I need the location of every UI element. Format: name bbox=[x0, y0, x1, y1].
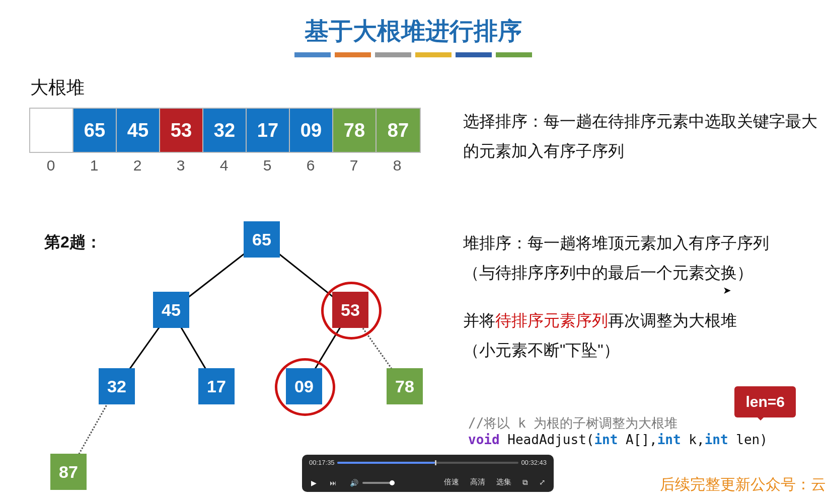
array-cell: 87 bbox=[377, 109, 420, 152]
array-cell bbox=[30, 109, 73, 152]
title-underline bbox=[294, 52, 532, 57]
heap-subtitle: 大根堆 bbox=[30, 75, 85, 100]
play-icon[interactable]: ▶ bbox=[311, 479, 317, 487]
len-badge: len=6 bbox=[734, 386, 796, 417]
array-cell: 32 bbox=[203, 109, 247, 152]
code-snippet: //将以 k 为根的子树调整为大根堆 void HeadAdjust(int A… bbox=[468, 414, 768, 447]
pip-icon[interactable]: ⧉ bbox=[522, 478, 528, 487]
highlight-circle bbox=[321, 282, 382, 340]
array-cell: 17 bbox=[247, 109, 290, 152]
array-view: 65 45 53 32 17 09 78 87 bbox=[29, 108, 421, 153]
volume-slider[interactable] bbox=[362, 482, 395, 484]
tree-node: 87 bbox=[50, 454, 87, 490]
array-indices: 0 1 2 3 4 5 6 7 8 bbox=[29, 157, 419, 174]
video-time-current: 00:17:35 bbox=[309, 459, 335, 466]
pass-label: 第2趟： bbox=[44, 231, 102, 254]
tree-node: 65 bbox=[244, 221, 280, 258]
video-time-total: 00:32:43 bbox=[521, 459, 547, 466]
volume-icon[interactable]: 🔊 bbox=[350, 479, 358, 487]
speed-button[interactable]: 倍速 bbox=[444, 477, 459, 487]
episodes-button[interactable]: 选集 bbox=[496, 477, 511, 487]
tree-node: 32 bbox=[99, 368, 135, 404]
highlight-circle bbox=[275, 358, 335, 416]
array-cell: 09 bbox=[290, 109, 333, 152]
video-progress[interactable] bbox=[337, 462, 518, 464]
page-title: 基于大根堆进行排序 bbox=[0, 15, 826, 47]
array-cell: 53 bbox=[160, 109, 203, 152]
next-icon[interactable]: ⏭ bbox=[330, 479, 337, 487]
text-selection-sort: 选择排序：每一趟在待排序元素中选取关键字最大的元素加入有序子序列 bbox=[463, 107, 821, 166]
hd-button[interactable]: 高清 bbox=[470, 477, 485, 487]
footnote-text: 后续完整更新公众号：云 bbox=[660, 474, 826, 495]
video-player-bar[interactable]: 00:17:35 00:32:43 ▶ ⏭ 🔊 倍速 高清 选集 ⧉ ⤢ bbox=[302, 455, 554, 492]
tree-node: 17 bbox=[198, 368, 235, 404]
tree-node: 78 bbox=[387, 368, 423, 404]
fullscreen-icon[interactable]: ⤢ bbox=[539, 478, 546, 487]
mouse-cursor-icon: ➤ bbox=[723, 284, 731, 296]
video-progress-knob[interactable] bbox=[435, 460, 436, 465]
text-heapsort-1: 堆排序：每一趟将堆顶元素加入有序子序列 （与待排序序列中的最后一个元素交换） bbox=[463, 228, 826, 288]
video-progress-fill bbox=[337, 462, 435, 464]
array-cell: 78 bbox=[333, 109, 377, 152]
volume-knob[interactable] bbox=[390, 480, 395, 485]
array-cell: 65 bbox=[73, 109, 117, 152]
array-cell: 45 bbox=[117, 109, 160, 152]
tree-node: 45 bbox=[153, 292, 189, 328]
text-heapsort-2: 并将待排序元素序列再次调整为大根堆 （小元素不断"下坠"） bbox=[463, 306, 821, 365]
